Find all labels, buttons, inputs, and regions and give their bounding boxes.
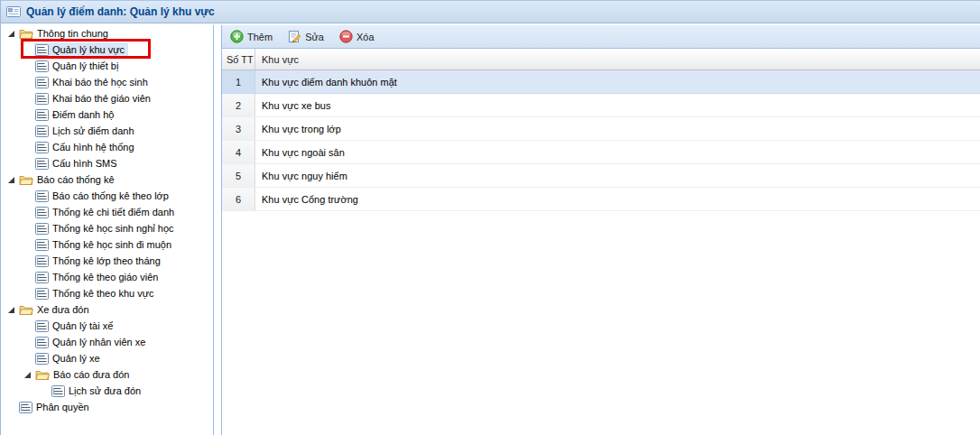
tree-node-body[interactable]: Báo cáo thống kê theo lớp (34, 189, 172, 204)
tree-item-label: Thống kê học sinh nghỉ học (52, 223, 174, 234)
tree-item-label: Thống kê theo giáo viên (52, 272, 158, 282)
tree-item[interactable]: Báo cáo đưa đón (1, 366, 213, 383)
leaf-icon (35, 207, 49, 218)
leaf-icon (35, 93, 49, 105)
tree-node-body[interactable]: Quản lý thiết bị (34, 59, 122, 74)
toolbar-button-label: Thêm (247, 32, 273, 42)
nav-tree-panel: Thông tin chungQuản lý khu vựcQuản lý th… (1, 25, 214, 435)
row-number-cell: 5 (222, 164, 255, 187)
tree-node-body[interactable]: Báo cáo thống kê (18, 172, 118, 188)
tree-item[interactable]: Quản lý nhân viên xe (1, 334, 213, 350)
tree-node-body[interactable]: Thống kê lớp theo tháng (34, 254, 164, 269)
expander-icon[interactable] (21, 371, 34, 379)
tree-item[interactable]: Quản lý khu vực (1, 42, 213, 58)
tree-item[interactable]: Khai báo thẻ giáo viên (1, 90, 213, 106)
add-icon (230, 30, 244, 43)
tree-node-body[interactable]: Thông tin chung (18, 26, 112, 42)
table-row[interactable]: 2Khu vực xe bus (222, 94, 980, 117)
leaf-icon (35, 337, 49, 348)
tree-item[interactable]: Thông tin chung (1, 25, 213, 42)
area-name-cell: Khu vực điểm danh khuôn mặt (255, 70, 980, 93)
tree-item[interactable]: Thống kê theo khu vực (1, 285, 213, 301)
table-row[interactable]: 4Khu vực ngoài sân (222, 141, 980, 164)
tree-item-label: Quản lý khu vực (52, 44, 125, 55)
tree-node-body[interactable]: Quản lý xe (34, 351, 104, 366)
grid-panel: ThêmSửaXóa Số TT Khu vực 1Khu vực điểm d… (221, 25, 980, 435)
expander-icon[interactable] (5, 306, 18, 314)
tree-item-label: Lịch sử điểm danh (52, 125, 134, 136)
tree-item[interactable]: Cấu hình SMS (1, 155, 213, 171)
tree-item[interactable]: Thống kê lớp theo tháng (1, 253, 213, 269)
delete-button[interactable]: Xóa (336, 28, 378, 45)
tree-node-body[interactable]: Cấu hình SMS (34, 156, 121, 171)
tree-node-body[interactable]: Lịch sử điểm danh (34, 124, 138, 139)
tree-item[interactable]: Quản lý xe (1, 350, 213, 366)
expander-icon[interactable] (5, 30, 18, 38)
tree-node-body[interactable]: Khai báo thẻ giáo viên (34, 91, 154, 106)
row-number-cell: 1 (222, 70, 255, 93)
leaf-icon (35, 125, 49, 137)
table-row[interactable]: 5Khu vực nguy hiểm (222, 164, 980, 188)
expander-icon[interactable] (5, 176, 18, 184)
leaf-icon (35, 223, 49, 235)
tree-item[interactable]: Lịch sử điểm danh (1, 123, 213, 139)
tree-item-label: Lịch sử đưa đón (69, 385, 141, 396)
tree-item[interactable]: Cấu hình hệ thống (1, 139, 213, 155)
tree-node-body[interactable]: Điểm danh hộ (34, 107, 118, 123)
column-header-stt[interactable]: Số TT (222, 49, 255, 69)
tree-node-body[interactable]: Thống kê chi tiết điểm danh (34, 205, 178, 220)
tree-node-body[interactable]: Thống kê theo giáo viên (34, 270, 162, 285)
leaf-icon (35, 142, 49, 153)
tree-item[interactable]: Phân quyền (1, 399, 213, 415)
tree-item-label: Báo cáo đưa đón (53, 369, 129, 380)
tree-item[interactable]: Xe đưa đón (1, 301, 213, 318)
tree-item[interactable]: Điểm danh hộ (1, 106, 213, 123)
tree-item[interactable]: Thống kê theo giáo viên (1, 269, 213, 285)
folder-icon (35, 369, 50, 381)
table-row[interactable]: 6Khu vực Cổng trường (222, 188, 980, 211)
toolbar-button-label: Sửa (305, 32, 324, 42)
tree-node-body[interactable]: Thống kê học sinh đi muộn (34, 237, 175, 253)
row-number-cell: 6 (222, 188, 255, 210)
tree-node-body[interactable]: Thống kê học sinh nghỉ học (34, 221, 178, 236)
tree-node-body[interactable]: Thống kê theo khu vực (34, 286, 158, 301)
column-header-khuvuc[interactable]: Khu vực (255, 49, 980, 69)
leaf-icon (35, 272, 49, 283)
leaf-icon (19, 402, 32, 413)
tree-item[interactable]: Khai báo thẻ học sinh (1, 74, 213, 90)
tree-node-body[interactable]: Phân quyền (18, 400, 93, 415)
add-button[interactable]: Thêm (227, 28, 276, 45)
panel-splitter[interactable] (214, 25, 221, 435)
tree-item-label: Khai báo thẻ giáo viên (52, 93, 151, 104)
leaf-icon (35, 158, 49, 170)
tree-node-body[interactable]: Quản lý khu vực (34, 42, 128, 58)
grid-body: 1Khu vực điểm danh khuôn mặt2Khu vực xe … (222, 70, 980, 435)
tree-item[interactable]: Thống kê học sinh nghỉ học (1, 220, 213, 236)
tree-item[interactable]: Thống kê học sinh đi muộn (1, 236, 213, 253)
tree-item[interactable]: Thống kê chi tiết điểm danh (1, 204, 213, 220)
leaf-icon (35, 353, 49, 365)
tree-item[interactable]: Quản lý tài xế (1, 318, 213, 334)
tree-item[interactable]: Lịch sử đưa đón (1, 383, 213, 399)
tree-node-body[interactable]: Quản lý tài xế (34, 319, 116, 334)
tree-node-body[interactable]: Lịch sử đưa đón (51, 384, 144, 399)
table-row[interactable]: 1Khu vực điểm danh khuôn mặt (222, 70, 980, 94)
leaf-icon (35, 288, 49, 300)
tree-item-label: Thống kê lớp theo tháng (52, 255, 161, 266)
nav-tree: Thông tin chungQuản lý khu vựcQuản lý th… (1, 25, 213, 415)
panel-header: Quản lý điểm danh: Quản lý khu vực (1, 0, 980, 23)
tree-node-body[interactable]: Quản lý nhân viên xe (34, 335, 149, 350)
tree-item[interactable]: Quản lý thiết bị (1, 58, 213, 74)
tree-item-label: Quản lý tài xế (52, 320, 113, 331)
tree-item-label: Quản lý nhân viên xe (52, 337, 145, 347)
tree-node-body[interactable]: Khai báo thẻ học sinh (34, 75, 152, 90)
edit-button[interactable]: Sửa (284, 28, 328, 45)
table-row[interactable]: 3Khu vực trong lớp (222, 117, 980, 141)
tree-node-body[interactable]: Xe đưa đón (18, 302, 93, 318)
tree-item-label: Thống kê theo khu vực (52, 288, 154, 299)
toolbar: ThêmSửaXóa (222, 25, 980, 49)
tree-node-body[interactable]: Cấu hình hệ thống (34, 140, 138, 155)
tree-item[interactable]: Báo cáo thống kê theo lớp (1, 188, 213, 204)
tree-item[interactable]: Báo cáo thống kê (1, 171, 213, 188)
tree-node-body[interactable]: Báo cáo đưa đón (34, 367, 133, 383)
